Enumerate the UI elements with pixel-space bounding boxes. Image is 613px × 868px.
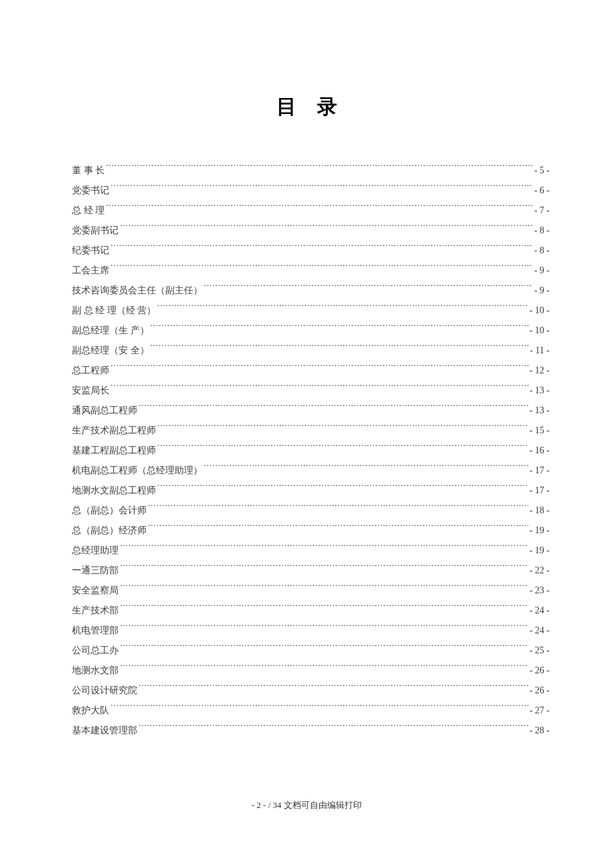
toc-entry: 基本建设管理部- 28 - (72, 721, 550, 741)
toc-entry: 生产技术部- 24 - (72, 601, 550, 621)
toc-label: 地测水文部 (72, 661, 119, 681)
toc-page-number: - 26 - (530, 661, 550, 681)
toc-page-number: - 9 - (534, 261, 550, 281)
toc-leader-dots (120, 664, 528, 673)
toc-entry: 总（副总）经济师- 19 - (72, 521, 550, 541)
toc-page-number: - 27 - (530, 701, 550, 721)
toc-leader-dots (151, 324, 528, 333)
toc-leader-dots (111, 244, 533, 253)
toc-page-number: - 13 - (530, 381, 550, 401)
toc-label: 机电副总工程师（总经理助理） (72, 461, 203, 481)
toc-page-number: - 19 - (530, 521, 550, 541)
toc-page-number: - 25 - (530, 641, 550, 661)
toc-page-number: - 28 - (530, 721, 550, 741)
toc-label: 公司总工办 (72, 641, 119, 661)
toc-label: 一通三防部 (72, 561, 119, 581)
toc-label: 生产技术部 (72, 601, 119, 621)
toc-page-number: - 22 - (530, 561, 550, 581)
toc-page-number: - 23 - (530, 581, 550, 601)
toc-label: 通风副总工程师 (72, 401, 137, 421)
toc-label: 工会主席 (72, 261, 109, 281)
toc-entry: 生产技术副总工程师- 15 - (72, 421, 550, 441)
toc-label: 副总经理（生 产） (72, 321, 149, 341)
toc-leader-dots (111, 264, 533, 273)
toc-leader-dots (204, 284, 533, 293)
toc-leader-dots (111, 384, 528, 393)
toc-page-number: - 16 - (530, 441, 550, 461)
toc-leader-dots (111, 184, 533, 193)
toc-leader-dots (139, 404, 528, 413)
toc-entry: 副总经理（生 产）- 10 - (72, 321, 550, 341)
toc-page-number: - 24 - (530, 601, 550, 621)
toc-entry: 党委书记- 6 - (72, 181, 550, 201)
toc-entry: 地测水文副总工程师- 17 - (72, 481, 550, 501)
toc-page-number: - 12 - (530, 361, 550, 381)
toc-entry: 机电副总工程师（总经理助理）- 17 - (72, 461, 550, 481)
toc-label: 基本建设管理部 (72, 721, 137, 741)
toc-entry: 副 总 经 理（经 营）- 10 - (72, 301, 550, 321)
toc-label: 总（副总）经济师 (72, 521, 147, 541)
toc-entry: 救护大队- 27 - (72, 701, 550, 721)
toc-page-number: - 17 - (530, 481, 550, 501)
toc-leader-dots (106, 164, 533, 173)
toc-page-number: - 5 - (534, 161, 550, 181)
toc-leader-dots (120, 604, 528, 613)
toc-leader-dots (148, 504, 528, 513)
toc-label: 副 总 经 理（经 营） (72, 301, 156, 321)
toc-leader-dots (106, 204, 533, 213)
toc-leader-dots (157, 484, 528, 493)
toc-leader-dots (111, 364, 528, 373)
toc-page-number: - 8 - (534, 241, 550, 261)
toc-label: 董 事 长 (72, 161, 105, 181)
toc-page-number: - 15 - (530, 421, 550, 441)
toc-label: 基建工程副总工程师 (72, 441, 156, 461)
toc-entry: 基建工程副总工程师- 16 - (72, 441, 550, 461)
toc-label: 总（副总）会计师 (72, 501, 147, 521)
toc-label: 党委副书记 (72, 221, 119, 241)
toc-leader-dots (120, 564, 528, 573)
toc-page-number: - 24 - (530, 621, 550, 641)
toc-leader-dots (120, 224, 533, 233)
toc-page-number: - 18 - (530, 501, 550, 521)
toc-label: 副总经理（安 全） (72, 341, 149, 361)
toc-leader-dots (139, 684, 528, 693)
page-title: 目 录 (72, 93, 550, 121)
toc-entry: 党委副书记- 8 - (72, 221, 550, 241)
toc-leader-dots (120, 624, 528, 633)
toc-page-number: - 7 - (534, 201, 550, 221)
toc-leader-dots (148, 524, 528, 533)
toc-entry: 总（副总）会计师- 18 - (72, 501, 550, 521)
toc-entry: 公司总工办- 25 - (72, 641, 550, 661)
toc-label: 纪委书记 (72, 241, 109, 261)
toc-label: 技术咨询委员会主任（副主任） (72, 281, 203, 301)
toc-label: 机电管理部 (72, 621, 119, 641)
toc-label: 安全监察局 (72, 581, 119, 601)
page-footer: - 2 - / 34 文档可自由编辑打印 (0, 799, 613, 811)
toc-leader-dots (204, 464, 528, 473)
toc-entry: 总经理助理- 19 - (72, 541, 550, 561)
toc-entry: 安监局长- 13 - (72, 381, 550, 401)
toc-leader-dots (157, 424, 528, 433)
toc-label: 总 经 理 (72, 201, 105, 221)
toc-leader-dots (120, 544, 528, 553)
toc-leader-dots (111, 704, 528, 713)
toc-page-number: - 10 - (530, 301, 550, 321)
toc-leader-dots (120, 644, 528, 653)
toc-page-number: - 19 - (530, 541, 550, 561)
toc-entry: 地测水文部- 26 - (72, 661, 550, 681)
toc-label: 党委书记 (72, 181, 109, 201)
toc-leader-dots (120, 584, 528, 593)
toc-leader-dots (151, 344, 529, 353)
toc-entry: 董 事 长- 5 - (72, 161, 550, 181)
toc-page-number: - 11 - (530, 341, 550, 361)
document-page: 目 录 董 事 长- 5 -党委书记- 6 -总 经 理- 7 -党委副书记- … (0, 0, 613, 741)
toc-label: 公司设计研究院 (72, 681, 137, 701)
toc-entry: 安全监察局- 23 - (72, 581, 550, 601)
toc-page-number: - 9 - (534, 281, 550, 301)
toc-entry: 公司设计研究院- 26 - (72, 681, 550, 701)
toc-entry: 工会主席- 9 - (72, 261, 550, 281)
toc-label: 救护大队 (72, 701, 109, 721)
toc-label: 总工程师 (72, 361, 109, 381)
toc-entry: 总工程师- 12 - (72, 361, 550, 381)
toc-entry: 纪委书记- 8 - (72, 241, 550, 261)
